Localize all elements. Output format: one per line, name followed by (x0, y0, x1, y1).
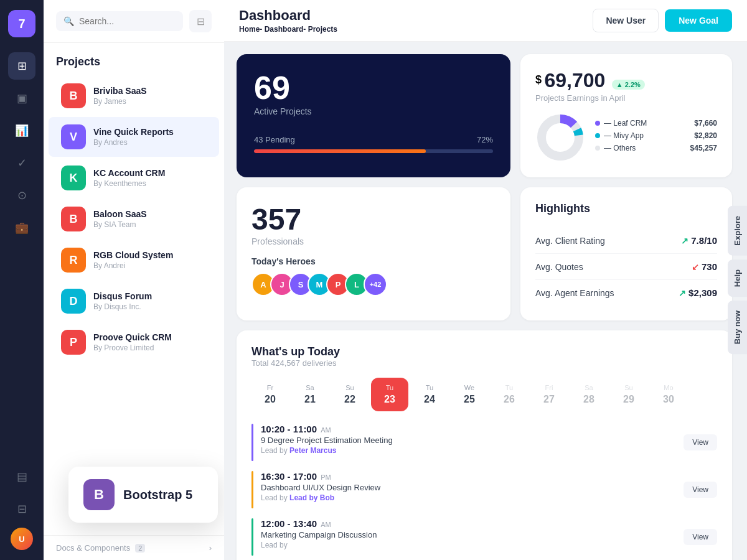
calendar-day[interactable]: Su 29 (610, 378, 647, 411)
project-icon: K (61, 166, 86, 190)
nav-avatar[interactable]: 7 (8, 10, 35, 37)
highlights-title: Highlights (535, 202, 717, 215)
event-time: 10:20 - 11:00 AM (261, 424, 676, 434)
project-by: By Andrei (93, 261, 207, 270)
event-item: 16:30 - 17:00 PM Dashboard UI/UX Design … (251, 471, 717, 508)
donut-section: — Leaf CRM $7,660 — Mivy App $2,820 — Ot… (535, 113, 717, 162)
topbar-left: Dashboard Home- Dashboard- Projects (239, 7, 337, 34)
cal-day-num: 21 (304, 394, 316, 405)
pending-section: 43 Pending 72% (254, 135, 493, 153)
project-name: Baloon SaaS (93, 209, 207, 219)
project-by: By Disqus Inc. (93, 302, 207, 311)
project-name: Vine Quick Reports (93, 127, 207, 137)
calendar-day[interactable]: Sa 28 (570, 378, 608, 411)
project-item[interactable]: B Baloon SaaS By SIA Team (49, 199, 219, 239)
side-tabs: Explore Help Buy now (728, 205, 747, 355)
project-item[interactable]: V Vine Quick Reports By Andres (49, 117, 219, 157)
event-lead-link[interactable]: Lead by Bob (289, 493, 334, 502)
event-lead-link[interactable]: Peter Marcus (289, 446, 336, 455)
filter-button[interactable]: ⊟ (189, 10, 212, 32)
nav-icon-chart[interactable]: 📊 (8, 117, 35, 144)
highlight-value: ↗ $2,309 (679, 287, 717, 298)
search-box[interactable]: 🔍 (56, 11, 183, 31)
event-view-button[interactable]: View (684, 482, 717, 498)
cal-day-num: 28 (583, 394, 594, 405)
project-name: RGB Cloud System (93, 250, 207, 260)
cal-day-name: Tu (386, 384, 393, 391)
nav-icon-dashboard[interactable]: ⊞ (8, 52, 35, 80)
highlights-list: Avg. Client Rating ↗ 7.8/10 Avg. Quotes … (535, 228, 717, 306)
cal-day-num: 20 (265, 394, 276, 405)
calendar-day[interactable]: Tu 23 (371, 378, 408, 411)
event-list: 10:20 - 11:00 AM 9 Degree Project Estima… (251, 424, 717, 556)
nav-icon-briefcase[interactable]: 💼 (8, 214, 35, 241)
whatsup-title: What's up Today (251, 345, 717, 358)
project-icon: V (61, 124, 86, 149)
event-view-button[interactable]: View (684, 529, 717, 545)
legend-dot (595, 121, 600, 126)
project-info: Disqus Forum By Disqus Inc. (93, 291, 207, 311)
event-content: 12:00 - 13:40 AM Marketing Campaign Disc… (261, 518, 676, 549)
highlight-label: Avg. Quotes (535, 262, 583, 272)
professionals-count: 357 (251, 202, 496, 236)
calendar-day[interactable]: Tu 24 (411, 378, 448, 411)
calendar-day[interactable]: Tu 26 (491, 378, 528, 411)
legend-amount: $2,820 (694, 131, 717, 140)
sidebar: 🔍 ⊟ Projects B Briviba SaaS By James V V… (44, 0, 224, 560)
calendar-day[interactable]: Fr 20 (251, 378, 289, 411)
more-avatars-badge: +42 (364, 273, 387, 296)
project-item[interactable]: P Proove Quick CRM By Proove Limited (49, 322, 219, 362)
legend-item: — Leaf CRM $7,660 (595, 119, 717, 128)
nav-icon-check[interactable]: ✓ (8, 149, 35, 177)
cal-day-name: Su (624, 384, 632, 391)
calendar-day[interactable]: Sa 21 (291, 378, 329, 411)
professionals-label: Professionals (251, 236, 496, 246)
event-title: Dashboard UI/UX Design Review (261, 483, 676, 492)
nav-icon-card[interactable]: ▤ (8, 463, 35, 490)
legend-dot (595, 133, 600, 138)
calendar-day[interactable]: Mo 30 (650, 378, 687, 411)
cal-day-num: 26 (504, 394, 515, 405)
cal-day-name: Fr (267, 384, 273, 391)
project-item[interactable]: R RGB Cloud System By Andrei (49, 240, 219, 280)
cal-day-name: Tu (426, 384, 433, 391)
cal-day-name: We (464, 384, 474, 391)
event-ampm: AM (321, 521, 331, 528)
calendar-row: Fr 20 Sa 21 Su 22 Tu 23 Tu 24 We 25 Tu 2… (251, 378, 717, 411)
search-input[interactable] (79, 16, 176, 26)
help-tab[interactable]: Help (728, 259, 747, 297)
calendar-day[interactable]: Su 22 (331, 378, 369, 411)
nav-icon-grid[interactable]: ▣ (8, 85, 35, 112)
calendar-day[interactable]: Fri 27 (530, 378, 568, 411)
highlight-value: ↙ 730 (692, 261, 717, 272)
new-user-button[interactable]: New User (593, 9, 659, 32)
legend-item: — Mivy App $2,820 (595, 131, 717, 140)
cal-day-name: Mo (664, 384, 673, 391)
earnings-badge: ▲ 2.2% (612, 80, 645, 90)
earnings-label: Projects Earnings in April (535, 93, 717, 103)
calendar-day[interactable]: We 25 (451, 378, 488, 411)
bootstrap-popup[interactable]: B Bootstrap 5 (68, 467, 218, 523)
nav-user-avatar[interactable]: U (11, 528, 33, 550)
project-item[interactable]: B Briviba SaaS By James (49, 76, 219, 116)
earnings-card: $ 69,700 ▲ 2.2% Projects Earnings in Apr… (520, 54, 732, 177)
topbar-right: New User New Goal (593, 9, 732, 32)
top-row: 69 Active Projects 43 Pending 72% (237, 54, 732, 177)
project-item[interactable]: D Disqus Forum By Disqus Inc. (49, 281, 219, 321)
buy-now-tab[interactable]: Buy now (728, 301, 747, 354)
project-list: B Briviba SaaS By James V Vine Quick Rep… (44, 75, 224, 535)
active-projects-card: 69 Active Projects 43 Pending 72% (237, 54, 510, 177)
event-lead: Lead by (261, 541, 676, 549)
project-name: KC Account CRM (93, 168, 207, 178)
breadcrumb: Home- Dashboard- Projects (239, 25, 337, 34)
cal-day-name: Sa (585, 384, 593, 391)
event-view-button[interactable]: View (684, 434, 717, 450)
explore-tab[interactable]: Explore (728, 206, 747, 256)
new-goal-button[interactable]: New Goal (665, 9, 732, 32)
nav-icon-layers[interactable]: ⊙ (8, 182, 35, 209)
cal-day-num: 23 (384, 394, 395, 405)
nav-icon-grid2[interactable]: ⊟ (8, 495, 35, 523)
dollar-sign: $ (535, 73, 542, 86)
project-icon: P (61, 330, 86, 355)
project-item[interactable]: K KC Account CRM By Keenthemes (49, 158, 219, 198)
